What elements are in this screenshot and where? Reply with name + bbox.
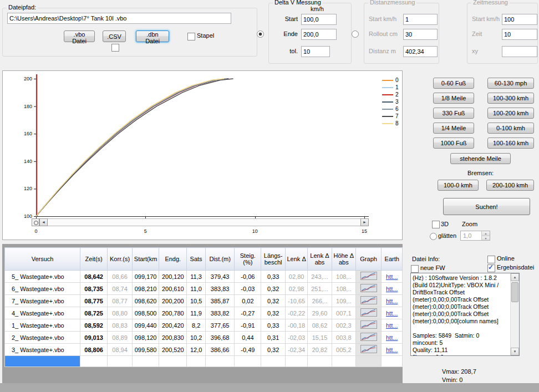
cell-hoehe_abs[interactable]: 108,..	[332, 283, 355, 295]
empty-cell[interactable]	[235, 356, 261, 367]
info-scrollbar[interactable]: ▲ ▼	[510, 273, 519, 355]
cell-lenk_abs[interactable]: 251,...	[308, 283, 332, 295]
column-header[interactable]: Start(km	[132, 248, 159, 271]
cell-lenk[interactable]: -02,22	[285, 307, 307, 319]
cell-hoehe_abs[interactable]: 002,3	[332, 319, 355, 332]
column-header[interactable]: Lenk Δ	[285, 248, 307, 271]
table-row[interactable]: 4_ Wastegate+.vbo08,72508,80098,500200,7…	[5, 307, 403, 319]
empty-cell[interactable]	[382, 356, 403, 367]
vbo-file-button[interactable]: .vbo Datei	[64, 30, 95, 42]
earth-cell[interactable]: htt...	[382, 344, 403, 356]
table-row[interactable]: 7_ Wastegate+.vbo08,77508,77098,620200,2…	[5, 295, 403, 307]
measure-button[interactable]: 100-200 kmh	[487, 108, 534, 119]
spin-up-icon[interactable]: ▲	[481, 231, 490, 236]
cell-lenk_abs[interactable]: 20,82	[308, 344, 332, 356]
graph-cell[interactable]	[355, 332, 382, 344]
cell-hoehe_abs[interactable]: 109,..	[332, 295, 355, 307]
zeit-input[interactable]	[502, 29, 537, 40]
cell-dist[interactable]: 383,82	[205, 307, 234, 319]
earth-cell[interactable]: htt...	[382, 319, 403, 332]
cell-dist[interactable]: 379,43	[205, 271, 234, 283]
graph-cell[interactable]	[355, 307, 382, 319]
zoom-spinner[interactable]: 1,0 ▲ ▼	[460, 231, 490, 241]
cell-dist[interactable]: 396,68	[205, 332, 234, 344]
earth-link[interactable]: htt...	[386, 334, 398, 341]
empty-cell[interactable]	[205, 356, 234, 367]
cell-endg[interactable]: 200,780	[159, 307, 187, 319]
scroll-up-icon[interactable]: ▲	[511, 273, 519, 281]
column-header[interactable]: Versuch	[5, 248, 80, 271]
delta-start-input[interactable]	[301, 14, 337, 25]
csv-button[interactable]: .CSV	[103, 30, 126, 42]
unlabeled-checkbox[interactable]	[111, 44, 119, 52]
distanz-start-input[interactable]	[403, 14, 438, 25]
cell-lenk[interactable]: -00,18	[285, 319, 307, 332]
measure-button[interactable]: 1/8 Meile	[433, 93, 474, 104]
cell-endg[interactable]: 200,520	[159, 344, 187, 356]
empty-cell[interactable]	[80, 356, 108, 367]
cell-steig[interactable]: -0,49	[235, 344, 261, 356]
column-header[interactable]: Earth	[382, 248, 403, 271]
cell-steig[interactable]: -0,06	[235, 271, 261, 283]
cell-steig[interactable]: -0,27	[235, 307, 261, 319]
earth-link[interactable]: htt...	[386, 273, 398, 280]
earth-cell[interactable]: htt...	[382, 332, 403, 344]
cell-sats[interactable]: 12,0	[187, 344, 206, 356]
column-header[interactable]: Dist.(m)	[205, 248, 234, 271]
cell-endg[interactable]: 200,200	[159, 295, 187, 307]
stapel-checkbox[interactable]	[187, 33, 195, 40]
three-d-checkbox[interactable]	[432, 221, 440, 228]
cell-sats[interactable]: 11,9	[187, 307, 206, 319]
measure-button[interactable]: 100-300 kmh	[487, 93, 534, 104]
earth-link[interactable]: htt...	[386, 298, 398, 304]
cell-dist[interactable]: 385,87	[205, 295, 234, 307]
rollout-input[interactable]	[403, 29, 438, 40]
measure-button[interactable]: 0-60 Fuß	[433, 78, 474, 89]
cell-versuch[interactable]: 3_ Wastegate+.vbo	[5, 344, 80, 356]
glaetten-radio[interactable]	[430, 233, 437, 240]
table-row[interactable]: 3_ Wastegate+.vbo08,80608,94099,580200,5…	[5, 344, 403, 356]
cell-zeit[interactable]: 08,642	[80, 271, 108, 283]
cell-korr[interactable]: 08,77	[108, 295, 133, 307]
cell-zeit[interactable]: 08,775	[80, 295, 108, 307]
cell-steig[interactable]: 0,44	[235, 332, 261, 344]
column-header[interactable]: Längs-beschl	[261, 248, 286, 271]
scroll-right-icon[interactable]: ►	[360, 218, 369, 226]
column-header[interactable]: Graph	[355, 248, 382, 271]
distanz-m-input[interactable]	[403, 46, 438, 57]
table-row[interactable]: 2_ Wastegate+.vbo09,01308,89098,120200,8…	[5, 332, 403, 344]
earth-link[interactable]: htt...	[386, 286, 398, 292]
cell-endg[interactable]: 200,120	[159, 271, 187, 283]
cell-korr[interactable]: 08,83	[108, 319, 133, 332]
earth-cell[interactable]: htt...	[382, 307, 403, 319]
measure-button[interactable]: 1000 Fuß	[433, 138, 474, 149]
graph-cell[interactable]	[355, 344, 382, 356]
cell-korr[interactable]: 08,94	[108, 344, 133, 356]
distanz-mode-radio[interactable]	[352, 30, 359, 38]
cell-versuch[interactable]: 2_ Wastegate+.vbo	[5, 332, 80, 344]
cell-lenk_abs[interactable]: 29,60	[308, 307, 332, 319]
cell-zeit[interactable]: 08,725	[80, 307, 108, 319]
zeit-start-input[interactable]	[502, 14, 537, 25]
measure-button[interactable]: 60-130 mph	[487, 78, 534, 89]
cell-start[interactable]: 098,620	[132, 295, 159, 307]
cell-zeit[interactable]: 08,735	[80, 283, 108, 295]
cell-laengs[interactable]: 0,33	[261, 271, 286, 283]
column-header[interactable]: Endg.	[159, 248, 187, 271]
earth-cell[interactable]: htt...	[382, 271, 403, 283]
empty-cell[interactable]	[261, 356, 286, 367]
cell-dist[interactable]: 386,66	[205, 344, 234, 356]
empty-cell[interactable]	[332, 356, 355, 367]
cell-start[interactable]: 099,580	[132, 344, 159, 356]
earth-link[interactable]: htt...	[386, 322, 398, 329]
empty-cell[interactable]	[108, 356, 133, 367]
delta-tol-input[interactable]	[301, 46, 330, 57]
spin-down-icon[interactable]: ▼	[481, 236, 490, 240]
cell-dist[interactable]: 377,65	[205, 319, 234, 332]
cell-lenk[interactable]: -02,03	[285, 332, 307, 344]
cell-hoehe_abs[interactable]: 005,2	[332, 344, 355, 356]
empty-cell[interactable]	[187, 356, 206, 367]
cell-start[interactable]: 098,500	[132, 307, 159, 319]
cell-sats[interactable]: 10,2	[187, 332, 206, 344]
earth-link[interactable]: htt...	[386, 310, 398, 317]
